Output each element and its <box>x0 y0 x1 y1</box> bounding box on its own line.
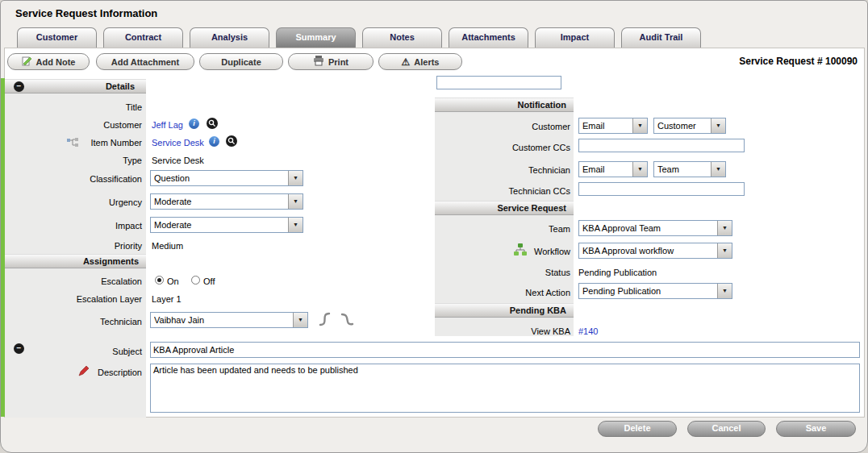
print-button[interactable]: Print <box>288 53 373 70</box>
view-kba-link[interactable]: #140 <box>578 326 598 337</box>
print-label: Print <box>328 57 348 67</box>
escalation-off-radio[interactable] <box>191 276 200 285</box>
customer-search-icon[interactable] <box>207 118 218 129</box>
chevron-down-icon[interactable]: ▼ <box>293 313 307 327</box>
add-note-button[interactable]: Add Note <box>7 53 90 70</box>
chevron-down-icon[interactable]: ▼ <box>632 118 647 133</box>
tab-customer[interactable]: Customer <box>17 27 97 48</box>
reassign-technician-icon[interactable] <box>339 310 357 332</box>
escalation-on-radio[interactable] <box>155 276 164 285</box>
tab-summary[interactable]: Summary <box>276 27 356 48</box>
notification-technician-label: Technician <box>435 164 570 176</box>
technician-notify-target-select[interactable]: Team ▼ <box>653 161 726 177</box>
cancel-button[interactable]: Cancel <box>687 421 766 437</box>
priority-label: Priority <box>5 240 142 251</box>
assignments-header: Assignments <box>5 254 146 268</box>
notification-customer-label: Customer <box>435 121 570 132</box>
service-request-header: Service Request <box>435 201 574 215</box>
subject-label: Subject <box>5 346 142 357</box>
customer-label: Customer <box>5 119 142 131</box>
alerts-button[interactable]: ⚠ Alerts <box>378 53 462 70</box>
chevron-down-icon[interactable]: ▼ <box>711 162 725 177</box>
view-kba-label: View KBA <box>435 326 570 337</box>
add-attachment-label: Add Attachment <box>111 57 180 67</box>
urgency-label: Urgency <box>5 197 142 208</box>
chevron-down-icon[interactable]: ▼ <box>632 162 647 177</box>
next-action-select[interactable]: Pending Publication ▼ <box>578 283 732 299</box>
impact-label: Impact <box>5 220 142 231</box>
customer-ccs-input[interactable] <box>578 139 745 152</box>
subject-input[interactable] <box>150 342 860 358</box>
description-textarea[interactable]: Article has been updated and needs to be… <box>150 364 860 413</box>
next-action-label: Next Action <box>435 287 570 298</box>
status-label: Status <box>435 267 570 278</box>
section-accent-bar <box>1 78 5 417</box>
details-header: Details <box>5 79 146 94</box>
content-panel: Add Note Add Attachment Duplicate Print … <box>4 48 865 418</box>
chevron-down-icon[interactable]: ▼ <box>717 221 732 235</box>
escalation-layer-value: Layer 1 <box>152 293 182 305</box>
customer-link[interactable]: Jeff Lag <box>152 119 183 131</box>
tab-audit-trail[interactable]: Audit Trail <box>621 27 701 48</box>
tab-notes[interactable]: Notes <box>362 27 442 48</box>
type-label: Type <box>5 155 142 166</box>
item-number-link[interactable]: Service Desk <box>152 137 204 148</box>
customer-notify-method-select[interactable]: Email ▼ <box>578 118 648 134</box>
customer-notify-target-select[interactable]: Customer ▼ <box>653 118 726 134</box>
add-note-label: Add Note <box>36 57 76 67</box>
collapse-details-button[interactable]: − <box>14 81 24 92</box>
duplicate-button[interactable]: Duplicate <box>199 53 283 70</box>
note-pencil-icon <box>22 56 32 68</box>
impact-select[interactable]: Moderate ▼ <box>150 217 303 233</box>
escalation-layer-label: Escalation Layer <box>5 293 142 305</box>
customer-ccs-label: Customer CCs <box>435 142 570 153</box>
page-title: Service Request Information <box>15 7 157 19</box>
save-button[interactable]: Save <box>776 421 856 437</box>
chevron-down-icon[interactable]: ▼ <box>711 118 725 133</box>
item-search-icon[interactable] <box>226 135 237 147</box>
pending-kba-header: Pending KBA <box>435 303 574 318</box>
tab-contract[interactable]: Contract <box>103 27 183 48</box>
workflow-label: Workflow <box>435 246 570 257</box>
item-info-icon[interactable]: i <box>209 136 219 147</box>
chevron-down-icon[interactable]: ▼ <box>288 194 303 209</box>
duplicate-label: Duplicate <box>221 57 261 67</box>
alerts-label: Alerts <box>414 57 439 67</box>
escalation-label: Escalation <box>5 276 142 287</box>
technician-label: Technician <box>5 316 142 327</box>
classification-label: Classification <box>5 173 142 185</box>
description-label: Description <box>5 367 142 378</box>
technician-select[interactable]: Vaibhav Jain ▼ <box>150 312 308 328</box>
status-value: Pending Publication <box>578 267 657 278</box>
delete-button[interactable]: Delete <box>598 421 677 437</box>
escalation-on-label: On <box>167 276 179 286</box>
classification-select[interactable]: Question ▼ <box>150 170 303 186</box>
right-label-column <box>435 98 574 336</box>
printer-icon <box>313 56 324 68</box>
chevron-down-icon[interactable]: ▼ <box>717 243 732 258</box>
chevron-down-icon[interactable]: ▼ <box>288 171 303 185</box>
warning-icon: ⚠ <box>402 56 411 68</box>
type-value: Service Desk <box>152 155 204 166</box>
service-request-window: Service Request Information Customer Con… <box>0 0 868 453</box>
escalate-technician-icon[interactable] <box>316 310 334 332</box>
urgency-select[interactable]: Moderate ▼ <box>150 193 303 210</box>
customer-info-icon[interactable]: i <box>189 118 199 129</box>
tab-bar: Customer Contract Analysis Summary Notes… <box>17 27 701 48</box>
add-attachment-button[interactable]: Add Attachment <box>96 53 194 70</box>
chevron-down-icon[interactable]: ▼ <box>717 284 732 298</box>
technician-ccs-input[interactable] <box>578 182 745 196</box>
notification-header: Notification <box>435 98 574 112</box>
tab-analysis[interactable]: Analysis <box>190 27 269 48</box>
escalation-off-label: Off <box>203 276 215 286</box>
tab-attachments[interactable]: Attachments <box>449 27 528 48</box>
tab-impact[interactable]: Impact <box>535 27 615 48</box>
request-number: Service Request # 100090 <box>739 56 858 67</box>
quick-search-input[interactable] <box>436 76 561 89</box>
chevron-down-icon[interactable]: ▼ <box>288 218 303 232</box>
priority-value: Medium <box>152 240 183 251</box>
technician-ccs-label: Technician CCs <box>435 185 570 197</box>
technician-notify-method-select[interactable]: Email ▼ <box>578 161 648 177</box>
team-select[interactable]: KBA Approval Team ▼ <box>578 220 732 236</box>
workflow-select[interactable]: KBA Approval workflow ▼ <box>578 243 732 259</box>
